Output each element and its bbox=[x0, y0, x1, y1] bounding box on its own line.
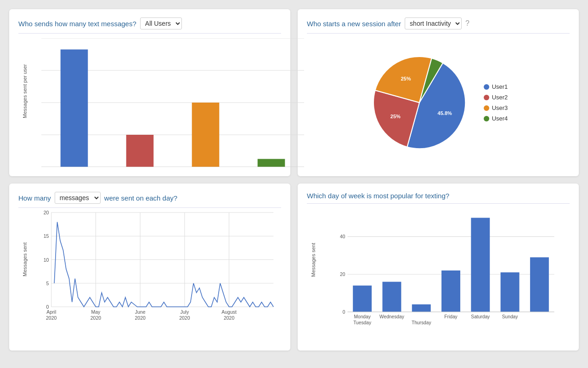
svg-text:2020: 2020 bbox=[135, 315, 146, 321]
svg-rect-10 bbox=[61, 50, 88, 167]
dow-chart-y-label: Messages sent bbox=[311, 208, 316, 312]
line-chart-svg: 05101520April2020May2020June2020July2020… bbox=[44, 213, 281, 307]
svg-text:Monday: Monday bbox=[354, 314, 371, 319]
svg-text:Tuesday: Tuesday bbox=[353, 320, 372, 325]
dow-chart-wrapper: Messages sent 02040MondayTuesdayWednesda… bbox=[307, 208, 570, 337]
bar-chart-container: Messages sent per user 020406080User1Use… bbox=[18, 38, 281, 167]
bar-chart-svg: 020406080User1User2User3User4 bbox=[41, 38, 304, 167]
bar-chart-y-label: Messages sent per user bbox=[22, 38, 28, 144]
card-new-session: Who starts a new session after short Ina… bbox=[298, 9, 579, 176]
svg-rect-55 bbox=[412, 305, 431, 312]
legend-user4: User4 bbox=[484, 115, 508, 122]
legend-label-user3: User3 bbox=[492, 104, 508, 111]
card2-inactivity-select[interactable]: short Inactivity long Inactivity bbox=[405, 17, 462, 29]
svg-text:2020: 2020 bbox=[90, 315, 102, 321]
svg-text:20: 20 bbox=[340, 272, 345, 277]
svg-text:20: 20 bbox=[44, 210, 49, 215]
pie-legend: User1 User2 User3 User4 bbox=[484, 83, 508, 122]
svg-rect-54 bbox=[382, 282, 401, 312]
svg-text:45.8%: 45.8% bbox=[437, 110, 452, 116]
svg-rect-12 bbox=[126, 135, 154, 167]
svg-rect-53 bbox=[353, 286, 372, 312]
card3-title-prefix: How many bbox=[18, 194, 51, 202]
card1-divider bbox=[18, 33, 281, 34]
card-messages-per-user: Who sends how many text messages? All Us… bbox=[9, 9, 290, 176]
svg-rect-16 bbox=[258, 159, 285, 167]
card1-title-text: Who sends how many text messages? bbox=[18, 20, 136, 28]
svg-text:2020: 2020 bbox=[179, 315, 190, 321]
card1-title: Who sends how many text messages? All Us… bbox=[18, 17, 281, 29]
svg-text:June: June bbox=[135, 309, 146, 315]
legend-user3: User3 bbox=[484, 104, 508, 111]
line-chart-y-label: Messages sent bbox=[22, 213, 28, 307]
svg-text:May: May bbox=[91, 309, 101, 315]
card1-user-select[interactable]: All Users User1 User2 User3 User4 bbox=[140, 17, 182, 29]
card3-title: How many messages sessions characters we… bbox=[18, 192, 281, 204]
svg-text:Sunday: Sunday bbox=[502, 314, 519, 319]
card2-question[interactable]: ? bbox=[465, 19, 469, 28]
svg-text:2020: 2020 bbox=[46, 315, 57, 321]
legend-dot-user3 bbox=[484, 105, 489, 111]
svg-text:25%: 25% bbox=[390, 114, 400, 119]
legend-user1: User1 bbox=[484, 83, 508, 90]
svg-text:July: July bbox=[181, 309, 189, 315]
pie-chart-svg: 45.8%25%25% bbox=[369, 52, 470, 153]
svg-text:August: August bbox=[221, 309, 237, 315]
svg-text:2020: 2020 bbox=[224, 315, 235, 321]
svg-text:15: 15 bbox=[44, 233, 49, 239]
svg-text:10: 10 bbox=[44, 257, 49, 263]
legend-dot-user2 bbox=[484, 95, 489, 100]
svg-rect-56 bbox=[441, 270, 460, 312]
svg-text:25%: 25% bbox=[401, 76, 411, 81]
legend-user2: User2 bbox=[484, 94, 508, 101]
dow-chart-svg: 02040MondayTuesdayWednesdayThursdayFrida… bbox=[332, 208, 570, 312]
svg-text:Friday: Friday bbox=[444, 314, 458, 319]
legend-label-user4: User4 bbox=[492, 115, 508, 122]
svg-text:0: 0 bbox=[343, 310, 345, 315]
svg-rect-57 bbox=[471, 218, 490, 312]
svg-rect-14 bbox=[192, 103, 220, 167]
card-day-of-week: Which day of week is most popular for te… bbox=[298, 184, 579, 351]
svg-text:April: April bbox=[46, 309, 56, 315]
svg-text:5: 5 bbox=[46, 281, 49, 286]
card3-title-suffix: were sent on each day? bbox=[104, 194, 177, 202]
legend-dot-user1 bbox=[484, 84, 489, 90]
card4-title-text: Which day of week is most popular for te… bbox=[307, 192, 449, 200]
legend-dot-user4 bbox=[484, 116, 489, 121]
card2-title: Who starts a new session after short Ina… bbox=[307, 17, 570, 29]
card4-title: Which day of week is most popular for te… bbox=[307, 192, 570, 200]
legend-label-user1: User1 bbox=[492, 83, 508, 90]
svg-text:Wednesday: Wednesday bbox=[379, 314, 405, 319]
svg-rect-58 bbox=[501, 272, 520, 312]
legend-label-user2: User2 bbox=[492, 94, 508, 101]
pie-container: 45.8%25%25% User1 User2 User3 User4 bbox=[307, 38, 570, 167]
svg-text:40: 40 bbox=[340, 234, 345, 239]
card3-divider bbox=[18, 207, 281, 208]
card2-title-text: Who starts a new session after bbox=[307, 20, 401, 28]
card2-divider bbox=[307, 33, 570, 34]
svg-rect-59 bbox=[530, 257, 549, 312]
card4-divider bbox=[307, 203, 570, 204]
card-messages-per-day: How many messages sessions characters we… bbox=[9, 184, 290, 351]
svg-text:Thursday: Thursday bbox=[412, 320, 431, 325]
svg-text:Saturday: Saturday bbox=[471, 314, 490, 319]
card3-type-select[interactable]: messages sessions characters bbox=[55, 192, 101, 204]
dashboard: Who sends how many text messages? All Us… bbox=[9, 9, 579, 351]
line-chart-wrapper: Messages sent 05101520April2020May2020Ju… bbox=[18, 213, 281, 332]
